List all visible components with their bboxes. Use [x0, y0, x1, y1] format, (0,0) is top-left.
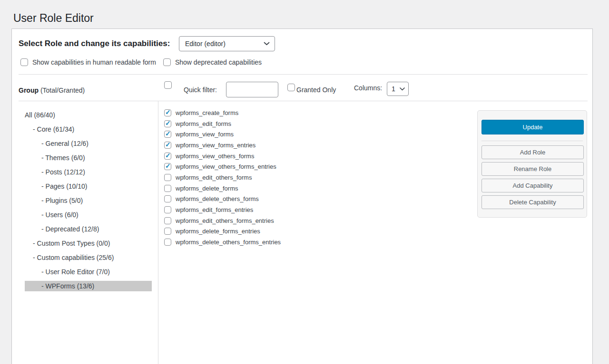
capability-label: wpforms_delete_forms: [176, 185, 238, 192]
update-button[interactable]: Update: [481, 120, 584, 134]
capability-checkbox[interactable]: [164, 120, 171, 127]
capability-label: wpforms_view_others_forms_entries: [176, 163, 276, 170]
columns-select-value: 1: [392, 85, 395, 93]
group-tree-item[interactable]: - Plugins (5/0): [25, 193, 152, 208]
capability-label: wpforms_edit_forms_entries: [176, 206, 253, 213]
capability-label: wpforms_view_others_forms: [176, 153, 254, 160]
granted-only-checkbox[interactable]: [287, 84, 295, 91]
capability-label: wpforms_delete_others_forms: [176, 195, 259, 202]
capability-checkbox[interactable]: [164, 142, 171, 149]
capability-row: wpforms_view_forms: [164, 129, 281, 140]
human-readable-label: Show capabilities in human readable form: [32, 58, 156, 66]
granted-only-label: Granted Only: [296, 86, 336, 94]
group-tree-item-label: All (86/40): [25, 110, 152, 120]
group-tree-item[interactable]: - User Role Editor (7/0): [25, 265, 152, 279]
group-tree-item[interactable]: - WPForms (13/6): [25, 279, 152, 293]
capability-label: wpforms_view_forms_entries: [176, 142, 255, 149]
capability-checkbox[interactable]: [164, 163, 171, 170]
group-header-bold: Group: [19, 86, 39, 94]
chevron-down-icon: [264, 42, 270, 46]
group-tree-item[interactable]: - Deprecated (12/8): [25, 222, 152, 236]
group-tree-item-label: - Pages (10/10): [25, 181, 152, 192]
chevron-down-icon: [400, 87, 405, 91]
capability-row: wpforms_delete_others_forms: [164, 194, 281, 205]
capability-label: wpforms_edit_others_forms: [176, 174, 252, 181]
capability-checkbox[interactable]: [164, 185, 171, 192]
group-tree-item[interactable]: - General (12/6): [25, 136, 152, 151]
section-divider: [19, 74, 588, 75]
group-tree-item-label: - Core (61/34): [25, 124, 152, 134]
capability-label: wpforms_create_forms: [176, 109, 238, 116]
capability-row: wpforms_edit_others_forms_entries: [164, 215, 281, 226]
group-tree-item[interactable]: - Custom capabilities (25/6): [25, 250, 152, 265]
capability-label: wpforms_delete_others_forms_entries: [176, 239, 281, 246]
capability-row: wpforms_view_others_forms: [164, 151, 281, 162]
capability-label: wpforms_view_forms: [176, 131, 234, 138]
group-tree-item-label: - Deprecated (12/8): [25, 224, 152, 234]
add-capability-button[interactable]: Add Capability: [481, 179, 584, 192]
column-divider: [158, 101, 158, 364]
group-tree-item[interactable]: - Users (6/0): [25, 208, 152, 222]
user-role-editor-page: User Role Editor Select Role and change …: [0, 0, 609, 364]
group-tree-item[interactable]: - Core (61/34): [25, 122, 152, 136]
group-tree-item-label: - Posts (12/12): [25, 167, 152, 177]
group-tree-item[interactable]: - Posts (12/12): [25, 165, 152, 179]
capability-checkbox[interactable]: [164, 217, 171, 224]
capability-list: wpforms_create_formswpforms_edit_formswp…: [164, 107, 281, 248]
capability-row: wpforms_edit_others_forms: [164, 172, 281, 183]
group-tree: All (86/40)- Core (61/34)- General (12/6…: [25, 108, 152, 293]
group-tree-item-label: - Custom Post Types (0/0): [25, 238, 152, 249]
group-tree-item[interactable]: - Themes (6/0): [25, 151, 152, 165]
options-row: Show capabilities in human readable form…: [20, 58, 262, 66]
delete-capability-button[interactable]: Delete Capability: [481, 195, 584, 209]
capability-row: wpforms_edit_forms_entries: [164, 204, 281, 215]
columns-label: Columns:: [354, 84, 382, 92]
actions-divider: [481, 141, 583, 141]
deprecated-label: Show deprecated capabilities: [175, 58, 262, 66]
capability-checkbox[interactable]: [164, 228, 171, 235]
capability-label: wpforms_delete_forms_entries: [176, 228, 260, 235]
group-tree-item-label: - Themes (6/0): [25, 153, 152, 163]
capability-checkbox[interactable]: [164, 131, 171, 138]
quick-filter-label: Quick filter:: [184, 86, 217, 94]
actions-panel: Update Add Role Rename Role Add Capabili…: [477, 110, 587, 218]
group-tree-item[interactable]: All (86/40): [25, 108, 152, 122]
capability-row: wpforms_delete_others_forms_entries: [164, 237, 281, 248]
section-divider: [19, 101, 588, 101]
capability-row: wpforms_delete_forms_entries: [164, 226, 281, 237]
capability-label: wpforms_edit_forms: [176, 120, 231, 127]
group-header-label: Group (Total/Granted): [19, 86, 85, 94]
capability-row: wpforms_create_forms: [164, 107, 281, 118]
columns-select[interactable]: 1: [387, 82, 409, 96]
capability-checkbox[interactable]: [164, 174, 171, 181]
group-tree-item[interactable]: - Pages (10/10): [25, 179, 152, 193]
select-role-label: Select Role and change its capabilities:: [19, 39, 170, 48]
role-select[interactable]: Editor (editor): [179, 36, 275, 51]
capability-checkbox[interactable]: [164, 153, 171, 160]
capability-row: wpforms_view_others_forms_entries: [164, 161, 281, 172]
group-tree-item[interactable]: - Custom Post Types (0/0): [25, 236, 152, 250]
human-readable-checkbox[interactable]: [20, 58, 28, 66]
capability-checkbox[interactable]: [164, 239, 171, 246]
capability-checkbox[interactable]: [164, 206, 171, 213]
main-panel: Select Role and change its capabilities:…: [11, 29, 593, 364]
capability-row: wpforms_view_forms_entries: [164, 140, 281, 151]
group-header-rest: (Total/Granted): [39, 86, 85, 94]
capability-checkbox[interactable]: [164, 195, 171, 202]
capability-label: wpforms_edit_others_forms_entries: [176, 217, 274, 224]
capability-row: wpforms_delete_forms: [164, 183, 281, 194]
group-tree-item-label: - General (12/6): [25, 138, 152, 149]
group-tree-item-label: - Users (6/0): [25, 210, 152, 220]
role-select-value: Editor (editor): [185, 40, 226, 48]
group-tree-item-label: - User Role Editor (7/0): [25, 267, 152, 277]
quick-filter-input[interactable]: [226, 82, 278, 97]
group-tree-item-label: - WPForms (13/6): [25, 281, 152, 291]
capability-row: wpforms_edit_forms: [164, 118, 281, 129]
deprecated-checkbox[interactable]: [163, 58, 171, 66]
group-tree-item-label: - Custom capabilities (25/6): [25, 252, 152, 263]
capability-checkbox[interactable]: [164, 109, 171, 116]
rename-role-button[interactable]: Rename Role: [481, 162, 584, 176]
add-role-button[interactable]: Add Role: [481, 145, 584, 159]
select-all-checkbox[interactable]: [164, 81, 172, 89]
group-tree-item-label: - Plugins (5/0): [25, 195, 152, 206]
